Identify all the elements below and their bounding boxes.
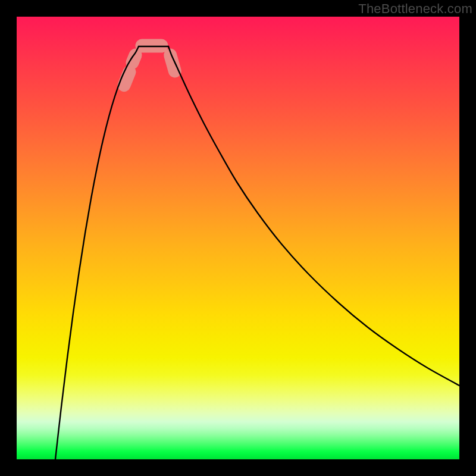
watermark-text: TheBottleneck.com <box>358 1 472 17</box>
plot-area <box>17 17 459 459</box>
series-left-curve <box>55 46 139 459</box>
series-right-curve <box>168 46 459 386</box>
chart-frame: TheBottleneck.com <box>0 0 476 476</box>
curve-layer <box>17 17 459 459</box>
